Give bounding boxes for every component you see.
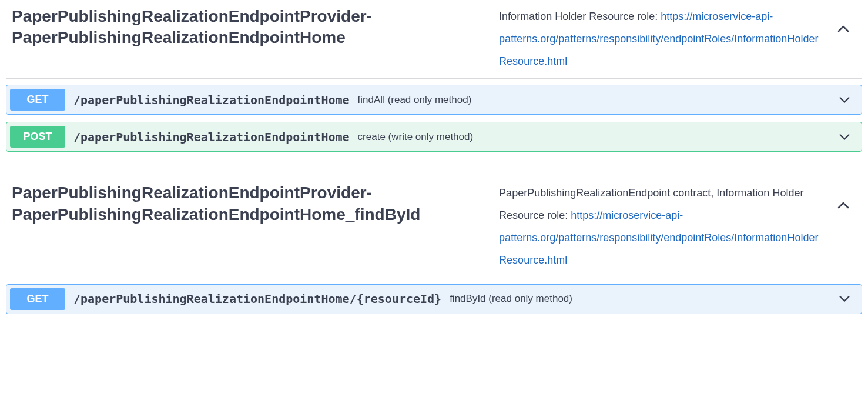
chevron-up-icon[interactable] (836, 22, 850, 36)
operation-summary: findById (read only method) (450, 293, 838, 305)
chevron-up-icon[interactable] (836, 199, 850, 213)
chevron-down-icon[interactable] (838, 131, 851, 144)
http-method-badge: GET (10, 89, 65, 111)
tag-section: PaperPublishingRealizationEndpointProvid… (6, 0, 862, 165)
tag-description: Information Holder Resource role: https:… (481, 6, 836, 72)
operations-list: GET /paperPublishingRealizationEndpointH… (6, 79, 862, 165)
chevron-down-icon[interactable] (838, 94, 851, 106)
tag-header[interactable]: PaperPublishingRealizationEndpointProvid… (6, 0, 862, 79)
operation-path: /paperPublishingRealizationEndpointHome/… (65, 292, 450, 306)
operations-list: GET /paperPublishingRealizationEndpointH… (6, 278, 862, 327)
operation-path: /paperPublishingRealizationEndpointHome (65, 93, 358, 107)
operation-row[interactable]: POST /paperPublishingRealizationEndpoint… (6, 122, 862, 152)
operation-summary: create (write only method) (358, 131, 838, 143)
http-method-badge: GET (10, 288, 65, 310)
tag-description: PaperPublishingRealizationEndpoint contr… (481, 182, 836, 271)
operation-summary: findAll (read only method) (358, 94, 838, 106)
operation-path: /paperPublishingRealizationEndpointHome (65, 130, 358, 144)
tag-title: PaperPublishingRealizationEndpointProvid… (12, 6, 481, 49)
tag-header[interactable]: PaperPublishingRealizationEndpointProvid… (6, 176, 862, 278)
tag-title: PaperPublishingRealizationEndpointProvid… (12, 182, 481, 225)
tag-section: PaperPublishingRealizationEndpointProvid… (6, 176, 862, 326)
operation-row[interactable]: GET /paperPublishingRealizationEndpointH… (6, 85, 862, 115)
chevron-down-icon[interactable] (838, 292, 851, 305)
operation-row[interactable]: GET /paperPublishingRealizationEndpointH… (6, 284, 862, 314)
http-method-badge: POST (10, 126, 65, 148)
tag-desc-text: Information Holder Resource role: (499, 11, 661, 22)
